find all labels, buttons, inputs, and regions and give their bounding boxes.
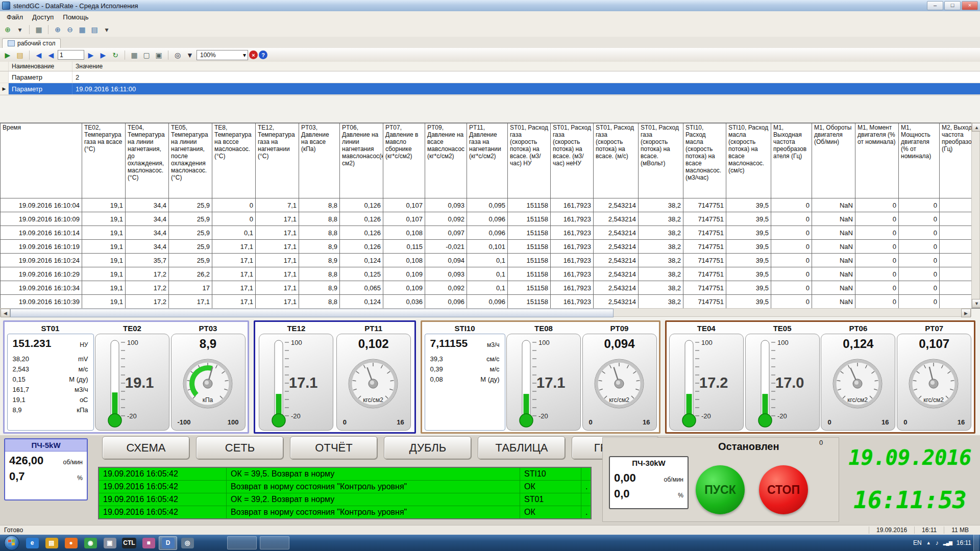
table-cell: 7147751 [683, 254, 726, 267]
start-button-orb[interactable] [4, 535, 19, 550]
table-cell: 0 [771, 295, 812, 309]
vertical-scrollbar[interactable]: ▲ ▼ [971, 122, 980, 308]
scale-max: 16 [881, 418, 889, 426]
tray-chevron-icon[interactable]: ▲ [926, 540, 931, 545]
svg-text:-20: -20 [777, 412, 787, 420]
table-cell: 0 [899, 240, 940, 254]
scroll-up-icon[interactable]: ▲ [972, 123, 980, 132]
taskbar-paint-icon[interactable]: ■ [139, 536, 158, 550]
tray-clock[interactable]: 16:11 [957, 539, 971, 546]
tab-desktop[interactable]: рабочий стол [2, 38, 61, 48]
dropdown-icon[interactable]: ▾ [14, 24, 26, 35]
zoom-in-icon[interactable]: ⊕ [52, 24, 63, 35]
log-row[interactable]: 19.09.2016 16:05:42Возврат в норму состо… [99, 506, 591, 518]
value: 0,15 [13, 374, 26, 385]
taskbar-office-icon[interactable]: ▣ [101, 536, 119, 550]
open-report-icon[interactable]: ▤ [14, 50, 26, 60]
table-cell: 0,108 [383, 226, 425, 240]
help-icon[interactable]: ? [259, 51, 267, 59]
table-cell: 151158 [508, 254, 551, 267]
print-preview-icon[interactable]: ▣ [153, 50, 164, 60]
scroll-right-icon[interactable]: ▶ [961, 309, 971, 317]
taskbar-ie-icon[interactable]: e [23, 536, 41, 550]
print-report-icon[interactable]: ▦ [129, 50, 140, 60]
network-icon[interactable]: ▂▄▆ [943, 540, 952, 545]
log-flag [581, 493, 591, 506]
table-cell: 161,7923 [551, 212, 594, 226]
first-page-icon[interactable]: ◀ [33, 50, 44, 60]
prev-page-icon[interactable]: ◀ [45, 50, 57, 60]
log-row[interactable]: 19.09.2016 16:05:42ОК = 39,2. Возврат в … [99, 493, 591, 506]
thermometer-body: 100-2019.1 [95, 334, 169, 431]
next-page-icon[interactable]: ▶ [85, 50, 96, 60]
parameter-row[interactable]: Параметр2 [0, 71, 980, 83]
taskbar-terminal-icon[interactable]: CTL [120, 536, 138, 550]
page-number-input[interactable] [58, 50, 84, 60]
log-row[interactable]: 19.09.2016 16:05:42Возврат в норму состо… [99, 481, 591, 493]
zoom-out-icon[interactable]: ⊖ [64, 24, 76, 35]
more-icon[interactable]: ▾ [101, 24, 112, 35]
taskbar-window-button[interactable] [227, 536, 257, 549]
table-cell: 39,5 [726, 254, 771, 267]
table-cell: 17,1 [212, 254, 256, 267]
toolbar-separator [29, 51, 30, 60]
thermometer-TE12: TE12100-2017.1 [259, 323, 333, 431]
gauge-value: 0,102 [337, 334, 410, 352]
scroll-down-icon[interactable]: ▼ [972, 299, 980, 308]
nav-report-button[interactable]: ОТЧЁТ [290, 436, 378, 460]
show-desktop-button[interactable] [973, 535, 979, 551]
taskbar-datarate-icon[interactable]: D [159, 536, 177, 550]
parameter-row[interactable]: ▶Параметр19.09.2016 16:11:00 [0, 83, 980, 95]
table-view-icon[interactable]: ▦ [77, 24, 88, 35]
main-toolbar: ⊕▾▦⊕⊖▦▤▾ [0, 22, 980, 37]
table-cell: 19,1 [82, 240, 126, 254]
language-indicator[interactable]: EN [913, 539, 922, 546]
drive-unit: % [678, 492, 683, 499]
svg-text:100: 100 [777, 339, 789, 346]
dial-face: кгс/см2 [337, 352, 410, 418]
taskbar-settings-icon[interactable]: ◎ [178, 536, 197, 550]
table-cell: 0 [771, 226, 812, 240]
zoom-select[interactable]: 100%▾ [197, 50, 248, 60]
taskbar-media-icon[interactable]: ● [62, 536, 80, 550]
table-cell: 39,5 [726, 212, 771, 226]
nav-schema-button[interactable]: СХЕМА [102, 436, 190, 460]
log-row[interactable]: 19.09.2016 16:05:42ОК = 39,5. Возврат в … [99, 468, 591, 481]
nav-network-button[interactable]: СЕТЬ [196, 436, 284, 460]
volume-icon[interactable]: ♪ [936, 539, 939, 546]
menu-help[interactable]: Помощь [58, 12, 93, 22]
scroll-left-icon[interactable]: ◀ [1, 309, 10, 317]
grid-view-icon[interactable]: ▤ [89, 24, 100, 35]
stop-button[interactable]: СТОП [759, 465, 808, 514]
minimize-button[interactable]: – [927, 1, 943, 10]
table-cell: 17,1 [256, 281, 299, 295]
parameter-name: Параметр [9, 71, 72, 83]
start-button[interactable]: ПУСК [696, 465, 745, 514]
search-icon[interactable]: ◎ [172, 50, 183, 60]
export-icon[interactable]: ▶ [2, 50, 13, 60]
taskbar-explorer-icon[interactable]: ▤ [42, 536, 61, 550]
close-button[interactable]: × [962, 1, 978, 10]
stop-icon[interactable]: × [249, 51, 258, 59]
nav-table-button[interactable]: ТАБЛИЦА [478, 436, 566, 460]
parameter-value: 19.09.2016 16:11:00 [72, 85, 980, 93]
save-icon[interactable]: ▼ [184, 50, 195, 60]
horizontal-scrollbar[interactable]: ◀ ▶ [0, 308, 971, 317]
taskbar-window-button[interactable] [260, 536, 289, 549]
menu-file[interactable]: Файл [2, 12, 28, 22]
maximize-button[interactable]: □ [944, 1, 961, 10]
print-icon[interactable]: ▦ [33, 24, 44, 35]
unit: кПа [77, 405, 88, 415]
table-cell: NaN [812, 212, 855, 226]
page-setup-icon[interactable]: ▢ [141, 50, 152, 60]
nav-dubl-button[interactable]: ДУБЛЬ [384, 436, 472, 460]
last-page-icon[interactable]: ▶ [97, 50, 109, 60]
connect-icon[interactable]: ⊕ [2, 24, 13, 35]
table-cell: 38,2 [639, 212, 683, 226]
scrollbar-thumb[interactable] [10, 309, 614, 317]
status-time: 16:11 [914, 527, 944, 534]
taskbar-browser-icon[interactable]: ◉ [81, 536, 100, 550]
refresh-icon[interactable]: ↻ [110, 50, 121, 60]
table-row: 19.09.2016 16:10:0919,134,425,9017,18,80… [1, 212, 980, 226]
menu-access[interactable]: Доступ [28, 12, 58, 22]
